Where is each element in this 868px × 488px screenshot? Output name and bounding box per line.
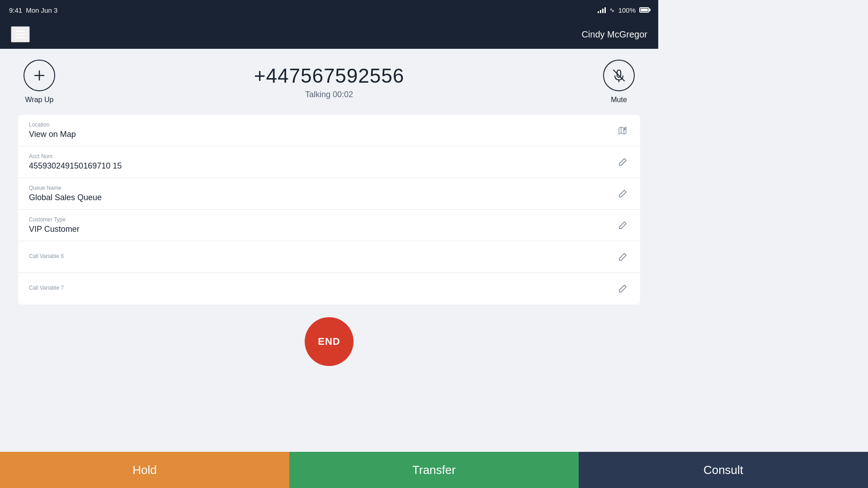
call-info: +447567592556 Talking 00:02 [254,65,404,99]
edit-icon [618,252,627,262]
signal-bars-icon [598,7,606,13]
end-label: END [318,336,340,347]
field-content-customer-type: Customer Type VIP Customer [29,216,616,234]
field-label-queue-name: Queue Name [29,185,616,191]
edit-acct-num-button[interactable] [616,155,629,169]
status-bar: 9:41 Mon Jun 3 ∿ 100% [0,0,658,20]
field-row-call-var-7: Call Variable 7 [18,273,640,305]
end-button[interactable]: END [305,317,354,366]
mute-circle [603,60,635,91]
edit-icon [618,189,627,199]
fields-container: Location View on Map Acct Num 4559302491… [18,115,640,305]
field-row-queue-name: Queue Name Global Sales Queue [18,178,640,210]
svg-line-4 [613,70,624,81]
header: Cindy McGregor [0,20,658,49]
field-row-customer-type: Customer Type VIP Customer [18,210,640,241]
plus-icon [32,68,47,83]
time: 9:41 [9,6,22,14]
edit-icon [618,284,627,294]
map-icon [618,126,627,136]
mute-label: Mute [611,96,627,104]
edit-icon [618,221,627,230]
signal-bar-1 [598,11,599,13]
field-row-acct-num: Acct Num 455930249150169710 15 [18,146,640,178]
menu-line-1 [15,31,25,32]
status-left: 9:41 Mon Jun 3 [9,6,57,14]
end-section: END [14,317,644,366]
battery-fill [641,9,648,11]
edit-call-var-6-button[interactable] [616,250,629,264]
field-value-location: View on Map [29,130,616,139]
battery-percent: 100% [618,6,636,14]
call-status: Talking 00:02 [254,90,404,99]
field-label-location: Location [29,122,616,128]
edit-queue-name-button[interactable] [616,187,629,201]
field-value-customer-type: VIP Customer [29,225,616,234]
field-label-call-var-6: Call Variable 6 [29,253,616,259]
edit-icon [618,157,627,167]
wrap-up-circle [24,60,55,91]
wrap-up-button[interactable]: Wrap Up [24,60,55,104]
field-row-location: Location View on Map [18,115,640,146]
edit-customer-type-button[interactable] [616,219,629,232]
call-controls-top: Wrap Up +447567592556 Talking 00:02 Mute [14,60,644,104]
battery-icon [639,7,649,13]
menu-line-2 [15,34,25,35]
map-action-button[interactable] [616,124,629,137]
field-row-call-var-6: Call Variable 6 [18,241,640,273]
field-content-call-var-6: Call Variable 6 [29,253,616,261]
wifi-icon: ∿ [609,6,615,14]
field-label-customer-type: Customer Type [29,216,616,223]
status-right: ∿ 100% [598,6,649,14]
field-label-acct-num: Acct Num [29,153,616,160]
signal-bar-4 [604,7,606,13]
main-content: Wrap Up +447567592556 Talking 00:02 Mute… [0,49,658,369]
menu-line-3 [15,37,25,38]
field-value-queue-name: Global Sales Queue [29,193,616,202]
field-value-acct-num: 455930249150169710 15 [29,161,616,171]
mute-icon [612,68,626,83]
field-label-call-var-7: Call Variable 7 [29,285,616,291]
field-content-location: Location View on Map [29,122,616,139]
field-content-call-var-7: Call Variable 7 [29,285,616,293]
date: Mon Jun 3 [26,6,57,14]
menu-button[interactable] [11,26,30,42]
mute-button[interactable]: Mute [603,60,635,104]
signal-bar-3 [602,9,604,13]
field-content-queue-name: Queue Name Global Sales Queue [29,185,616,202]
wrap-up-label: Wrap Up [25,96,54,104]
field-content-acct-num: Acct Num 455930249150169710 15 [29,153,616,171]
edit-call-var-7-button[interactable] [616,282,629,296]
agent-name: Cindy McGregor [581,29,647,40]
signal-bar-2 [600,10,601,13]
phone-number: +447567592556 [254,65,404,87]
